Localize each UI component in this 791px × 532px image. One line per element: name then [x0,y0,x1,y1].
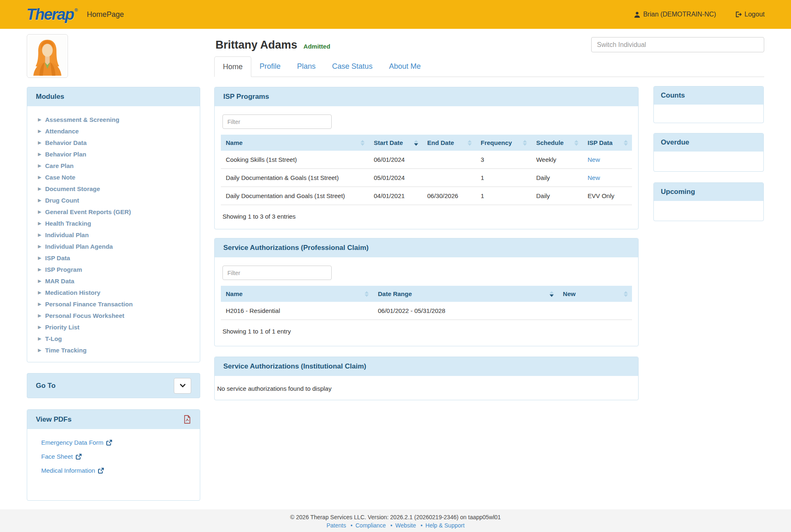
counts-panel: Counts [653,86,764,123]
link-face-sheet[interactable]: Face Sheet [41,453,200,460]
no-service-authorizations-message: No service authorizations found to displ… [215,376,638,400]
module-item-medication-history[interactable]: ▶Medication History [38,287,200,298]
column-header-name[interactable]: Name [221,135,369,151]
module-item-individual-plan-agenda[interactable]: ▶Individual Plan Agenda [38,240,200,252]
column-header-schedule[interactable]: Schedule [531,135,583,151]
status-badge: Admitted [304,43,330,50]
cell-start-date: 05/01/2024 [369,169,422,187]
tab-plans[interactable]: Plans [289,56,324,77]
cell-start-date: 06/01/2024 [369,151,422,169]
tab-home[interactable]: Home [214,56,251,77]
caret-right-icon: ▶ [38,267,41,272]
view-pdfs-title: View PDFs [36,415,72,424]
caret-right-icon: ▶ [38,325,41,329]
overdue-title: Overdue [654,133,763,152]
column-header-name[interactable]: Name [221,286,373,302]
top-bar: Therap ® HomePage Brian (DEMOTRAIN-NC) L… [0,0,791,29]
pdf-file-icon[interactable] [183,415,191,424]
footer-link-help-support[interactable]: Help & Support [418,522,465,529]
module-item-isp-program[interactable]: ▶ISP Program [38,264,200,275]
sort-icon [360,140,365,146]
isp-program-row: Cooking Skills (1st Street) 06/01/2024 3… [221,151,632,169]
copyright-text: © 2026 Therap Services LLC. Version: 202… [0,514,791,520]
module-item-document-storage[interactable]: ▶Document Storage [38,183,200,194]
caret-right-icon: ▶ [38,129,41,133]
isp-data-new-link[interactable]: New [587,156,600,163]
caret-right-icon: ▶ [38,175,41,180]
goto-dropdown-button[interactable] [174,378,191,394]
column-header-date-range[interactable]: Date Range [373,286,558,302]
column-header-new[interactable]: New [558,286,632,302]
link-emergency-data-form[interactable]: Emergency Data Form [41,439,200,446]
module-item-care-plan[interactable]: ▶Care Plan [38,160,200,171]
caret-right-icon: ▶ [38,198,41,203]
isp-programs-filter-input[interactable] [222,114,332,129]
individual-tabs: Home Profile Plans Case Status About Me [214,56,764,77]
sort-desc-icon [414,140,418,146]
module-item-drug-count[interactable]: ▶Drug Count [38,194,200,206]
service-auth-filter-input[interactable] [222,266,332,280]
module-item-assessment-screening[interactable]: ▶Assessment & Screening [38,114,200,125]
therap-logo[interactable]: Therap ® [26,7,78,22]
chevron-down-icon [179,382,186,389]
individual-avatar [27,34,68,78]
tab-case-status[interactable]: Case Status [324,56,381,77]
module-item-personal-finance-transaction[interactable]: ▶Personal Finance Transaction [38,298,200,310]
logout-button[interactable]: Logout [735,11,765,18]
module-item-isp-data[interactable]: ▶ISP Data [38,252,200,264]
switch-individual-input[interactable] [591,37,764,52]
cell-frequency: 1 [476,187,531,205]
sort-desc-icon [550,291,554,297]
module-item-personal-focus-worksheet[interactable]: ▶Personal Focus Worksheet [38,310,200,321]
external-link-icon [98,468,104,474]
link-medical-information[interactable]: Medical Information [41,467,200,474]
module-item-attendance[interactable]: ▶Attendance [38,125,200,137]
upcoming-panel: Upcoming [653,182,764,221]
cell-end-date [422,169,476,187]
brand-text: Therap [26,7,74,22]
caret-right-icon: ▶ [38,348,41,352]
module-item-general-event-reports[interactable]: ▶General Event Reports (GER) [38,206,200,217]
user-label: Brian (DEMOTRAIN-NC) [643,11,716,18]
caret-right-icon: ▶ [38,233,41,237]
user-menu[interactable]: Brian (DEMOTRAIN-NC) [634,11,716,18]
cell-name: Daily Documentation & Goals (1st Street) [221,169,369,187]
module-item-priority-list[interactable]: ▶Priority List [38,321,200,333]
logout-icon [735,11,742,18]
caret-right-icon: ▶ [38,302,41,306]
isp-data-new-link[interactable]: New [587,174,600,181]
module-item-health-tracking[interactable]: ▶Health Tracking [38,217,200,229]
cell-name: Daily Documentation and Goals (1st Stree… [221,187,369,205]
caret-right-icon: ▶ [38,256,41,260]
module-item-behavior-data[interactable]: ▶Behavior Data [38,137,200,148]
modules-list: ▶Assessment & Screening ▶Attendance ▶Beh… [27,106,200,356]
footer-link-website[interactable]: Website [388,522,416,529]
service-auth-institutional-title: Service Authorizations (Institutional Cl… [215,357,638,376]
caret-right-icon: ▶ [38,336,41,341]
column-header-end-date[interactable]: End Date [422,135,476,151]
column-header-frequency[interactable]: Frequency [476,135,531,151]
page-title: HomePage [87,10,124,19]
column-header-start-date[interactable]: Start Date [369,135,422,151]
module-item-behavior-plan[interactable]: ▶Behavior Plan [38,148,200,160]
module-item-t-log[interactable]: ▶T-Log [38,333,200,344]
service-auth-professional-title: Service Authorizations (Professional Cla… [215,238,638,257]
logout-label: Logout [744,11,765,18]
module-item-individual-plan[interactable]: ▶Individual Plan [38,229,200,240]
cell-date-range: 06/01/2022 - 05/31/2028 [373,302,558,320]
caret-right-icon: ▶ [38,152,41,156]
module-item-time-tracking[interactable]: ▶Time Tracking [38,344,200,356]
isp-programs-panel: ISP Programs Name Start Date End Date Fr… [214,87,639,229]
module-item-mar-data[interactable]: ▶MAR Data [38,275,200,287]
module-item-case-note[interactable]: ▶Case Note [38,171,200,183]
footer-link-patents[interactable]: Patents [326,522,346,529]
avatar-illustration [28,36,66,76]
sort-icon [468,140,472,146]
column-header-isp-data[interactable]: ISP Data [583,135,632,151]
tab-about-me[interactable]: About Me [381,56,429,77]
cell-end-date: 06/30/2026 [422,187,476,205]
tab-profile[interactable]: Profile [251,56,289,77]
footer-link-compliance[interactable]: Compliance [348,522,386,529]
view-pdfs-panel: View PDFs Emergency Data Form Face Sheet… [27,409,200,501]
modules-panel: Modules ▶Assessment & Screening ▶Attenda… [27,87,200,362]
